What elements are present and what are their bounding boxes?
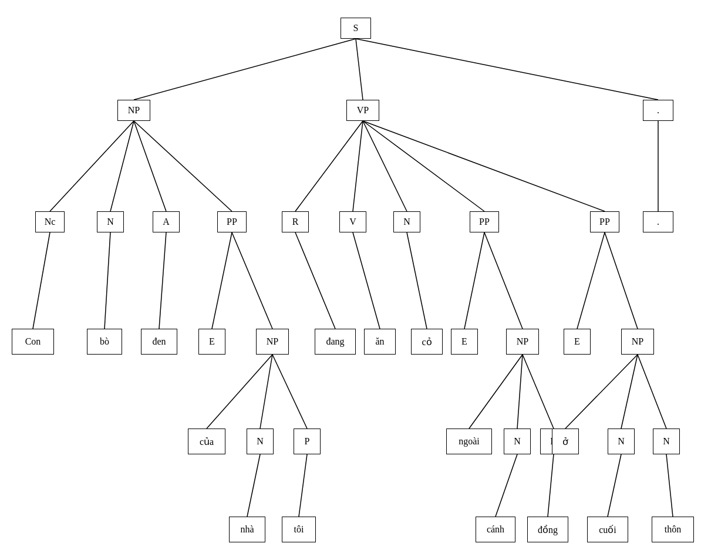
svg-line-28 <box>469 355 523 429</box>
tree-node-toi: tôi <box>282 517 316 542</box>
svg-line-19 <box>353 232 380 329</box>
tree-node-n1: N <box>97 211 124 232</box>
svg-line-11 <box>363 121 605 211</box>
tree-node-s: S <box>341 18 371 39</box>
tree-node-a: A <box>153 211 180 232</box>
tree-node-dot2: . <box>643 211 673 232</box>
svg-line-7 <box>295 121 363 211</box>
tree-node-dong: đồng <box>527 517 568 542</box>
svg-line-20 <box>407 232 427 329</box>
tree-node-an: ăn <box>364 329 396 355</box>
tree-node-cuoi: cuối <box>587 517 628 542</box>
tree-node-bo: bò <box>87 329 122 355</box>
svg-line-35 <box>299 454 307 517</box>
tree-node-thon: thôn <box>652 517 694 542</box>
svg-line-10 <box>363 121 484 211</box>
tree-node-p: P <box>294 429 321 454</box>
tree-node-np4: NP <box>621 329 654 355</box>
tree-node-np3: NP <box>506 329 539 355</box>
svg-line-25 <box>207 355 272 429</box>
svg-line-8 <box>353 121 363 211</box>
tree-node-r: R <box>282 211 309 232</box>
svg-line-13 <box>33 232 50 329</box>
tree-node-pp1: PP <box>217 211 247 232</box>
svg-line-22 <box>484 232 523 329</box>
svg-line-15 <box>159 232 166 329</box>
svg-line-17 <box>232 232 272 329</box>
svg-line-26 <box>260 355 272 429</box>
svg-line-0 <box>134 39 356 100</box>
tree-node-pp3: PP <box>590 211 619 232</box>
tree-node-n4: N <box>504 429 531 454</box>
tree-node-np: NP <box>117 100 150 121</box>
svg-line-18 <box>295 232 335 329</box>
tree-node-n6: N <box>608 429 635 454</box>
svg-line-4 <box>110 121 134 211</box>
svg-line-3 <box>50 121 134 211</box>
tree-node-np2: NP <box>256 329 289 355</box>
svg-line-27 <box>272 355 307 429</box>
tree-node-n2: N <box>393 211 420 232</box>
tree-node-dot1: . <box>643 100 673 121</box>
tree-node-ngoai: ngoài <box>446 429 492 454</box>
svg-line-38 <box>608 454 621 517</box>
tree-node-n3: N <box>247 429 274 454</box>
svg-line-24 <box>605 232 638 329</box>
svg-line-23 <box>577 232 605 329</box>
tree-node-den: đen <box>141 329 177 355</box>
tree-node-cua: của <box>188 429 225 454</box>
svg-line-2 <box>356 39 658 100</box>
tree-node-e3: E <box>564 329 591 355</box>
svg-line-5 <box>134 121 166 211</box>
svg-line-16 <box>212 232 232 329</box>
tree-node-canh: cánh <box>476 517 515 542</box>
svg-line-32 <box>621 355 638 429</box>
tree-node-dang: đang <box>315 329 356 355</box>
tree-node-co: cỏ <box>411 329 443 355</box>
svg-line-14 <box>105 232 110 329</box>
tree-node-n7: N <box>653 429 680 454</box>
svg-line-6 <box>134 121 232 211</box>
svg-line-34 <box>247 454 260 517</box>
svg-line-1 <box>356 39 363 100</box>
tree-node-o: ở <box>552 429 579 454</box>
tree-node-v: V <box>339 211 366 232</box>
svg-line-9 <box>363 121 407 211</box>
svg-line-37 <box>548 454 554 517</box>
svg-line-33 <box>638 355 666 429</box>
tree-node-con: Con <box>12 329 54 355</box>
svg-line-29 <box>517 355 523 429</box>
svg-line-39 <box>666 454 673 517</box>
svg-line-30 <box>523 355 554 429</box>
tree-node-vp: VP <box>346 100 379 121</box>
tree-node-e2: E <box>451 329 478 355</box>
tree-node-nc: Nc <box>35 211 65 232</box>
svg-line-36 <box>496 454 517 517</box>
svg-line-21 <box>464 232 484 329</box>
tree-node-e1: E <box>198 329 225 355</box>
tree-node-pp2: PP <box>470 211 499 232</box>
tree-node-nha: nhà <box>229 517 265 542</box>
parse-tree: SNPVP.NcNAPPRVNPPPP.ConbòđenENPđangăncỏE… <box>0 0 728 560</box>
svg-line-31 <box>565 355 638 429</box>
